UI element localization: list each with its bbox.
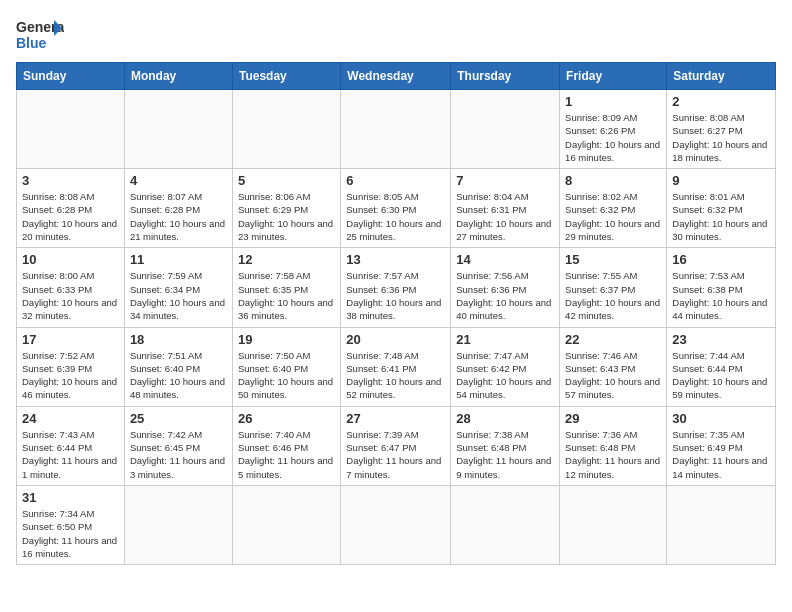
day-info: Sunrise: 8:08 AM Sunset: 6:27 PM Dayligh… <box>672 111 770 164</box>
calendar-cell <box>451 485 560 564</box>
day-number: 10 <box>22 252 119 267</box>
calendar-table: SundayMondayTuesdayWednesdayThursdayFrid… <box>16 62 776 565</box>
day-number: 3 <box>22 173 119 188</box>
calendar-cell: 23Sunrise: 7:44 AM Sunset: 6:44 PM Dayli… <box>667 327 776 406</box>
day-number: 2 <box>672 94 770 109</box>
calendar-cell: 28Sunrise: 7:38 AM Sunset: 6:48 PM Dayli… <box>451 406 560 485</box>
calendar-cell <box>124 485 232 564</box>
day-number: 8 <box>565 173 661 188</box>
day-header-saturday: Saturday <box>667 63 776 90</box>
day-number: 26 <box>238 411 335 426</box>
day-number: 19 <box>238 332 335 347</box>
logo-svg: General Blue <box>16 16 64 54</box>
calendar-cell: 7Sunrise: 8:04 AM Sunset: 6:31 PM Daylig… <box>451 169 560 248</box>
day-number: 30 <box>672 411 770 426</box>
day-header-sunday: Sunday <box>17 63 125 90</box>
calendar-cell: 1Sunrise: 8:09 AM Sunset: 6:26 PM Daylig… <box>560 90 667 169</box>
day-info: Sunrise: 7:51 AM Sunset: 6:40 PM Dayligh… <box>130 349 227 402</box>
day-number: 23 <box>672 332 770 347</box>
day-info: Sunrise: 8:00 AM Sunset: 6:33 PM Dayligh… <box>22 269 119 322</box>
day-info: Sunrise: 7:53 AM Sunset: 6:38 PM Dayligh… <box>672 269 770 322</box>
day-number: 27 <box>346 411 445 426</box>
calendar-cell: 4Sunrise: 8:07 AM Sunset: 6:28 PM Daylig… <box>124 169 232 248</box>
calendar-week-2: 3Sunrise: 8:08 AM Sunset: 6:28 PM Daylig… <box>17 169 776 248</box>
day-info: Sunrise: 7:42 AM Sunset: 6:45 PM Dayligh… <box>130 428 227 481</box>
calendar-cell: 18Sunrise: 7:51 AM Sunset: 6:40 PM Dayli… <box>124 327 232 406</box>
day-info: Sunrise: 7:36 AM Sunset: 6:48 PM Dayligh… <box>565 428 661 481</box>
day-number: 24 <box>22 411 119 426</box>
calendar-cell <box>667 485 776 564</box>
day-info: Sunrise: 7:39 AM Sunset: 6:47 PM Dayligh… <box>346 428 445 481</box>
day-info: Sunrise: 7:46 AM Sunset: 6:43 PM Dayligh… <box>565 349 661 402</box>
day-info: Sunrise: 8:01 AM Sunset: 6:32 PM Dayligh… <box>672 190 770 243</box>
calendar-cell <box>341 90 451 169</box>
day-header-tuesday: Tuesday <box>232 63 340 90</box>
calendar-cell: 11Sunrise: 7:59 AM Sunset: 6:34 PM Dayli… <box>124 248 232 327</box>
day-info: Sunrise: 7:48 AM Sunset: 6:41 PM Dayligh… <box>346 349 445 402</box>
calendar-cell: 6Sunrise: 8:05 AM Sunset: 6:30 PM Daylig… <box>341 169 451 248</box>
calendar-cell <box>560 485 667 564</box>
svg-text:Blue: Blue <box>16 35 47 51</box>
calendar-cell: 26Sunrise: 7:40 AM Sunset: 6:46 PM Dayli… <box>232 406 340 485</box>
calendar-cell <box>232 90 340 169</box>
calendar-week-3: 10Sunrise: 8:00 AM Sunset: 6:33 PM Dayli… <box>17 248 776 327</box>
calendar-cell <box>232 485 340 564</box>
calendar-cell <box>17 90 125 169</box>
day-info: Sunrise: 7:50 AM Sunset: 6:40 PM Dayligh… <box>238 349 335 402</box>
calendar-cell: 27Sunrise: 7:39 AM Sunset: 6:47 PM Dayli… <box>341 406 451 485</box>
calendar-cell <box>341 485 451 564</box>
days-header-row: SundayMondayTuesdayWednesdayThursdayFrid… <box>17 63 776 90</box>
calendar-cell: 12Sunrise: 7:58 AM Sunset: 6:35 PM Dayli… <box>232 248 340 327</box>
calendar-cell: 15Sunrise: 7:55 AM Sunset: 6:37 PM Dayli… <box>560 248 667 327</box>
calendar-cell: 17Sunrise: 7:52 AM Sunset: 6:39 PM Dayli… <box>17 327 125 406</box>
calendar-week-1: 1Sunrise: 8:09 AM Sunset: 6:26 PM Daylig… <box>17 90 776 169</box>
calendar-cell <box>124 90 232 169</box>
day-number: 13 <box>346 252 445 267</box>
calendar-cell: 31Sunrise: 7:34 AM Sunset: 6:50 PM Dayli… <box>17 485 125 564</box>
day-number: 31 <box>22 490 119 505</box>
day-number: 22 <box>565 332 661 347</box>
day-info: Sunrise: 8:07 AM Sunset: 6:28 PM Dayligh… <box>130 190 227 243</box>
day-info: Sunrise: 8:02 AM Sunset: 6:32 PM Dayligh… <box>565 190 661 243</box>
day-info: Sunrise: 7:47 AM Sunset: 6:42 PM Dayligh… <box>456 349 554 402</box>
day-info: Sunrise: 8:09 AM Sunset: 6:26 PM Dayligh… <box>565 111 661 164</box>
day-number: 18 <box>130 332 227 347</box>
calendar-cell: 30Sunrise: 7:35 AM Sunset: 6:49 PM Dayli… <box>667 406 776 485</box>
day-info: Sunrise: 8:04 AM Sunset: 6:31 PM Dayligh… <box>456 190 554 243</box>
day-info: Sunrise: 7:52 AM Sunset: 6:39 PM Dayligh… <box>22 349 119 402</box>
calendar-cell: 3Sunrise: 8:08 AM Sunset: 6:28 PM Daylig… <box>17 169 125 248</box>
day-number: 17 <box>22 332 119 347</box>
day-number: 14 <box>456 252 554 267</box>
day-number: 28 <box>456 411 554 426</box>
day-info: Sunrise: 7:43 AM Sunset: 6:44 PM Dayligh… <box>22 428 119 481</box>
calendar-week-5: 24Sunrise: 7:43 AM Sunset: 6:44 PM Dayli… <box>17 406 776 485</box>
calendar-cell: 16Sunrise: 7:53 AM Sunset: 6:38 PM Dayli… <box>667 248 776 327</box>
calendar-cell: 20Sunrise: 7:48 AM Sunset: 6:41 PM Dayli… <box>341 327 451 406</box>
day-info: Sunrise: 8:06 AM Sunset: 6:29 PM Dayligh… <box>238 190 335 243</box>
calendar-week-6: 31Sunrise: 7:34 AM Sunset: 6:50 PM Dayli… <box>17 485 776 564</box>
calendar-cell: 19Sunrise: 7:50 AM Sunset: 6:40 PM Dayli… <box>232 327 340 406</box>
day-number: 21 <box>456 332 554 347</box>
page-header: General Blue <box>16 16 776 54</box>
calendar-week-4: 17Sunrise: 7:52 AM Sunset: 6:39 PM Dayli… <box>17 327 776 406</box>
day-info: Sunrise: 7:59 AM Sunset: 6:34 PM Dayligh… <box>130 269 227 322</box>
day-header-thursday: Thursday <box>451 63 560 90</box>
calendar-cell: 21Sunrise: 7:47 AM Sunset: 6:42 PM Dayli… <box>451 327 560 406</box>
calendar-cell: 24Sunrise: 7:43 AM Sunset: 6:44 PM Dayli… <box>17 406 125 485</box>
calendar-cell <box>451 90 560 169</box>
day-header-friday: Friday <box>560 63 667 90</box>
day-number: 1 <box>565 94 661 109</box>
day-number: 9 <box>672 173 770 188</box>
calendar-cell: 5Sunrise: 8:06 AM Sunset: 6:29 PM Daylig… <box>232 169 340 248</box>
day-number: 5 <box>238 173 335 188</box>
day-info: Sunrise: 7:35 AM Sunset: 6:49 PM Dayligh… <box>672 428 770 481</box>
calendar-cell: 2Sunrise: 8:08 AM Sunset: 6:27 PM Daylig… <box>667 90 776 169</box>
day-info: Sunrise: 7:56 AM Sunset: 6:36 PM Dayligh… <box>456 269 554 322</box>
day-number: 6 <box>346 173 445 188</box>
day-info: Sunrise: 7:40 AM Sunset: 6:46 PM Dayligh… <box>238 428 335 481</box>
calendar-cell: 14Sunrise: 7:56 AM Sunset: 6:36 PM Dayli… <box>451 248 560 327</box>
day-info: Sunrise: 7:57 AM Sunset: 6:36 PM Dayligh… <box>346 269 445 322</box>
day-number: 25 <box>130 411 227 426</box>
day-number: 11 <box>130 252 227 267</box>
day-info: Sunrise: 7:38 AM Sunset: 6:48 PM Dayligh… <box>456 428 554 481</box>
